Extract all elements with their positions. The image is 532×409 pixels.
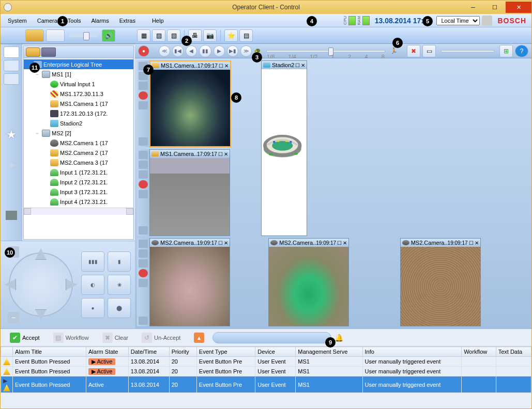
- image-pane[interactable]: MS2.Camera.. 19:09:17 ☐ ✕: [149, 238, 230, 326]
- layout-slider[interactable]: [441, 50, 494, 52]
- tree-item[interactable]: Input 4 (172.31.21.: [24, 197, 133, 207]
- delete-pane-icon[interactable]: ✖: [407, 45, 420, 57]
- compass-icon[interactable]: ✦: [7, 159, 16, 172]
- close-button[interactable]: ✕: [506, 2, 531, 13]
- side-tab-tree[interactable]: [4, 46, 19, 58]
- pane-max-icon[interactable]: ☐: [218, 151, 223, 157]
- volume-slider[interactable]: [69, 34, 98, 37]
- tree-tab-other-icon[interactable]: [41, 48, 56, 57]
- pane-video[interactable]: [150, 70, 230, 146]
- pane-video[interactable]: [150, 158, 230, 235]
- alarm-col-header[interactable]: Management Serve: [296, 347, 362, 357]
- alarm-row[interactable]: ▶ Event Button Pressed Active 13.08.2014…: [1, 376, 531, 393]
- pane-side-icon[interactable]: [139, 151, 148, 159]
- pane-side-icon[interactable]: [139, 317, 148, 325]
- tree-scrollbar[interactable]: [24, 208, 133, 215]
- pane-side-icon[interactable]: [139, 259, 148, 268]
- pane-close-icon[interactable]: ✕: [224, 151, 228, 157]
- play-back-button[interactable]: ◀: [186, 45, 197, 57]
- focus-near-button[interactable]: ▮▮▮: [81, 251, 104, 272]
- alarm-col-header[interactable]: Info: [362, 347, 462, 357]
- image-pane[interactable]: MS1.Camera.. 17:09:17 ☐ ✕: [149, 60, 231, 147]
- pane-video[interactable]: [269, 247, 348, 326]
- alarm-doc-button[interactable]: ▴: [189, 331, 209, 345]
- add-pane-icon[interactable]: ⊞: [499, 45, 513, 57]
- menu-extras[interactable]: Extras: [114, 15, 141, 26]
- rewind-fast-button[interactable]: ≪: [159, 45, 170, 57]
- alarm-col-header[interactable]: Device: [255, 347, 296, 357]
- workflow-button[interactable]: ▤Workflow: [48, 331, 94, 345]
- image-pane[interactable]: MS2.Camera.. 19:09:17 ☐ ✕: [400, 238, 481, 326]
- menu-help[interactable]: Help: [147, 15, 169, 26]
- forward-fast-button[interactable]: ≫: [240, 45, 252, 57]
- pane-close-icon[interactable]: ✕: [224, 63, 229, 69]
- alarm-filter-pill[interactable]: [212, 332, 331, 343]
- sequence-icon[interactable]: ▤: [239, 29, 253, 42]
- menu-system[interactable]: System: [3, 15, 32, 26]
- alarm-grid[interactable]: Alarm TitleAlarm StateDate/TimePriorityE…: [1, 347, 531, 408]
- tree-item[interactable]: MS1.Camera 1 (17: [24, 99, 133, 108]
- timezone-select[interactable]: Local Time: [436, 16, 480, 25]
- alarm-col-header[interactable]: Event Type: [196, 347, 255, 357]
- tree-item[interactable]: MS2.Camera 2 (17: [24, 148, 133, 158]
- tree-tab-live-icon[interactable]: [26, 48, 40, 57]
- pane-side-icon[interactable]: [139, 249, 148, 258]
- iris-open-button[interactable]: ◐: [81, 275, 104, 295]
- bell-icon[interactable]: 🔔: [335, 334, 345, 342]
- print-icon[interactable]: [482, 15, 492, 26]
- tree-item[interactable]: Input 1 (172.31.21.: [24, 167, 133, 177]
- tree-item[interactable]: Input 2 (172.31.21.: [24, 177, 133, 187]
- camera-mode-icon[interactable]: [25, 29, 44, 42]
- pane-max-icon[interactable]: ☐: [219, 63, 223, 69]
- pane-side-icon[interactable]: [139, 170, 148, 179]
- step-back-button[interactable]: ▮◀: [172, 45, 184, 57]
- pane-side-icon[interactable]: [139, 190, 148, 198]
- tree-root[interactable]: − Enterprise Logical Tree: [24, 59, 133, 69]
- image-pane[interactable]: Stadion2 ☐ ✕: [261, 60, 307, 236]
- help-icon[interactable]: ?: [515, 45, 528, 57]
- snapshot-icon[interactable]: 📷: [203, 29, 217, 42]
- pause-button[interactable]: ▮▮: [199, 45, 211, 57]
- play-button[interactable]: ▶: [214, 45, 225, 57]
- ptz-joystick[interactable]: [5, 248, 77, 321]
- pane-side-icon[interactable]: [139, 72, 148, 80]
- playback-mode-icon[interactable]: [46, 29, 65, 42]
- menu-camera[interactable]: Camera: [32, 15, 63, 26]
- tree-item[interactable]: −MS1 [1]: [24, 69, 133, 79]
- tree-item[interactable]: −MS2 [2]: [24, 128, 133, 138]
- alarm-col-header[interactable]: Alarm State: [86, 347, 129, 357]
- pane-video[interactable]: [150, 247, 230, 326]
- pane-record-icon[interactable]: [139, 180, 148, 188]
- tree-item[interactable]: Virtual Input 1: [24, 79, 133, 89]
- maximize-button[interactable]: ☐: [484, 2, 506, 13]
- pane-side-icon[interactable]: [139, 240, 148, 248]
- alarm-col-header[interactable]: Priority: [169, 347, 196, 357]
- favorites-icon[interactable]: ★: [6, 128, 17, 141]
- alarm-row[interactable]: Event Button Pressed ▶ Active 13.08.2014…: [1, 367, 531, 376]
- alarm-col-header[interactable]: Date/Time: [128, 347, 169, 357]
- layout-3-icon[interactable]: ▧: [167, 29, 180, 42]
- record-button[interactable]: ●: [138, 45, 149, 57]
- layout-1-icon[interactable]: ▦: [137, 29, 150, 42]
- pane-close-icon[interactable]: ✕: [343, 240, 347, 246]
- pane-max-icon[interactable]: ☐: [469, 240, 474, 246]
- iris-close-button[interactable]: ❀: [108, 275, 131, 295]
- pane-max-icon[interactable]: ☐: [337, 240, 342, 246]
- pane-side-icon[interactable]: [139, 82, 148, 90]
- image-pane[interactable]: MS1.Camera.. 17:09:17 ☐ ✕: [149, 149, 230, 236]
- pane-side-icon[interactable]: [139, 226, 148, 234]
- speed-slider[interactable]: 1/81/41/21248: [266, 50, 385, 52]
- pane-side-icon[interactable]: [139, 101, 148, 109]
- pane-record-icon[interactable]: [139, 269, 148, 277]
- side-tab-3[interactable]: [4, 73, 19, 85]
- pane-video[interactable]: [401, 247, 480, 326]
- favorite-add-icon[interactable]: ⭐: [224, 29, 238, 42]
- alarm-col-header[interactable]: [1, 347, 13, 357]
- tree-item[interactable]: MS1.172.30.11.3: [24, 89, 133, 99]
- tree-item[interactable]: 172.31.20.13 (172.: [24, 108, 133, 118]
- pane-side-icon[interactable]: [139, 161, 148, 169]
- aux-button[interactable]: ⬤: [108, 298, 131, 318]
- tree-item[interactable]: Input 3 (172.31.21.: [24, 187, 133, 197]
- focus-far-button[interactable]: ▮: [108, 251, 131, 272]
- alarm-col-header[interactable]: Workflow: [462, 347, 496, 357]
